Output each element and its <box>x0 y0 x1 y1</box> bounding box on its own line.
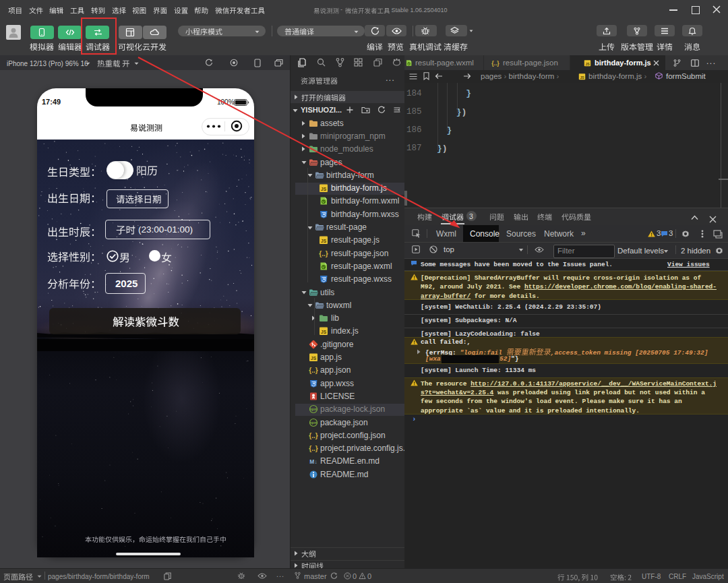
svg-text:{..}: {..} <box>309 432 317 439</box>
svg-text:{..}: {..} <box>319 250 328 257</box>
svg-text:{..}: {..} <box>309 367 317 374</box>
svg-text:JS: JS <box>585 62 590 66</box>
svg-text:{..}: {..} <box>309 445 317 452</box>
svg-text:JS: JS <box>321 187 327 191</box>
svg-text:JS: JS <box>580 75 584 79</box>
svg-text:JS: JS <box>321 330 327 334</box>
svg-text:JS: JS <box>321 239 327 243</box>
svg-text:npm: npm <box>309 407 317 411</box>
svg-text:{..}: {..} <box>491 60 499 67</box>
svg-text:npm: npm <box>309 421 317 425</box>
svg-text:JS: JS <box>311 356 317 361</box>
svg-text:M↓: M↓ <box>309 458 317 465</box>
